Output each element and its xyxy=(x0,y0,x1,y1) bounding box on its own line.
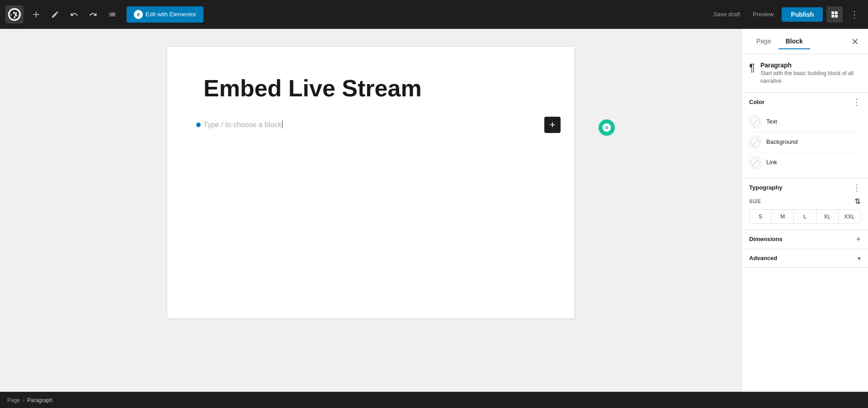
redo-btn[interactable] xyxy=(85,6,101,23)
paragraph-icon: ¶ xyxy=(749,62,755,74)
block-placeholder[interactable]: Type / to choose a block xyxy=(203,119,283,130)
background-color-swatch[interactable] xyxy=(749,136,762,148)
preview-btn[interactable]: Preview xyxy=(748,8,778,20)
breadcrumb-bar: Page › Paragraph xyxy=(0,392,868,408)
add-block-canvas-btn[interactable]: + xyxy=(544,117,561,133)
tools-btn[interactable] xyxy=(47,6,63,23)
background-color-label: Background xyxy=(766,138,797,145)
background-color-inner xyxy=(751,138,760,147)
text-color-label: Text xyxy=(766,118,777,125)
size-l-btn[interactable]: L xyxy=(794,210,816,223)
toolbar: e Edit with Elementor Save draft Preview… xyxy=(0,0,868,29)
typography-section-title: Typography xyxy=(749,184,782,191)
advanced-title: Advanced xyxy=(749,255,777,261)
tab-page[interactable]: Page xyxy=(749,34,778,49)
wp-logo xyxy=(5,5,24,24)
right-panel: Page Block ✕ ¶ Paragraph Start with the … xyxy=(741,29,868,392)
breadcrumb-current: Paragraph xyxy=(27,397,52,403)
edit-elementor-btn[interactable]: e Edit with Elementor xyxy=(127,6,203,23)
typography-section: Typography ⋮ SIZE ⇅ S M L XL XXL xyxy=(742,178,868,230)
color-section-title: Color xyxy=(749,99,764,105)
toolbar-right: Save draft Preview Publish ⋮ xyxy=(709,6,863,23)
grammarly-icon[interactable] xyxy=(599,119,615,136)
svg-rect-1 xyxy=(831,11,834,14)
size-s-btn[interactable]: S xyxy=(750,210,772,223)
size-xxl-btn[interactable]: XXL xyxy=(839,210,860,223)
canvas-inner: Embed Live Stream Type / to choose a blo… xyxy=(167,47,574,318)
block-info: ¶ Paragraph Start with the basic buildin… xyxy=(742,54,868,93)
canvas: Embed Live Stream Type / to choose a blo… xyxy=(0,29,741,392)
panel-close-btn[interactable]: ✕ xyxy=(849,35,861,48)
typography-options-btn[interactable]: ⋮ xyxy=(853,184,861,192)
color-section: Color ⋮ Text Background xyxy=(742,93,868,178)
size-options-icon[interactable]: ⇅ xyxy=(854,197,861,206)
text-color-swatch[interactable] xyxy=(749,115,762,128)
undo-btn[interactable] xyxy=(66,6,82,23)
svg-rect-2 xyxy=(835,11,838,14)
size-buttons: S M L XL XXL xyxy=(749,209,861,224)
publish-btn[interactable]: Publish xyxy=(782,7,823,22)
advanced-section-header[interactable]: Advanced ▾ xyxy=(742,249,868,267)
elementor-icon: e xyxy=(134,10,143,19)
block-title: Paragraph xyxy=(760,62,861,69)
color-text-option[interactable]: Text xyxy=(749,112,861,132)
save-draft-btn[interactable]: Save draft xyxy=(709,8,745,20)
dimensions-section-header[interactable]: Dimensions + xyxy=(742,230,868,249)
color-options-btn[interactable]: ⋮ xyxy=(853,98,861,106)
tab-block[interactable]: Block xyxy=(778,34,810,49)
more-options-btn[interactable]: ⋮ xyxy=(846,6,863,23)
panel-header: Page Block ✕ xyxy=(742,29,868,54)
placeholder-text: Type / to choose a block xyxy=(203,121,282,128)
svg-rect-3 xyxy=(831,14,834,17)
breadcrumb-separator: › xyxy=(23,397,24,403)
dimensions-section: Dimensions + xyxy=(742,230,868,249)
typography-content: SIZE ⇅ S M L XL XXL xyxy=(742,197,868,229)
block-details: Paragraph Start with the basic building … xyxy=(760,62,861,85)
edit-elementor-label: Edit with Elementor xyxy=(146,11,196,18)
link-color-swatch[interactable] xyxy=(749,156,762,169)
text-color-inner xyxy=(751,117,760,126)
svg-rect-4 xyxy=(835,14,838,17)
advanced-chevron-icon: ▾ xyxy=(858,255,861,262)
dimensions-title: Dimensions xyxy=(749,236,783,242)
color-background-option[interactable]: Background xyxy=(749,132,861,152)
breadcrumb-page[interactable]: Page xyxy=(7,397,20,403)
add-block-toolbar-btn[interactable] xyxy=(28,6,44,23)
size-label: SIZE ⇅ xyxy=(749,197,861,206)
list-view-btn[interactable] xyxy=(104,6,120,23)
color-options: Text Background Link xyxy=(742,112,868,178)
block-description: Start with the basic building block of a… xyxy=(760,70,861,85)
size-m-btn[interactable]: M xyxy=(772,210,794,223)
size-xl-btn[interactable]: XL xyxy=(816,210,839,223)
color-section-header[interactable]: Color ⋮ xyxy=(742,93,868,112)
color-link-option[interactable]: Link xyxy=(749,152,861,172)
text-cursor xyxy=(282,120,283,128)
view-toggle-btn[interactable] xyxy=(826,6,843,23)
panel-tabs: Page Block xyxy=(749,34,810,49)
advanced-section: Advanced ▾ xyxy=(742,249,868,268)
link-color-label: Link xyxy=(766,159,777,166)
size-label-text: SIZE xyxy=(749,199,761,204)
block-area[interactable]: Type / to choose a block + xyxy=(203,120,538,129)
typography-section-header[interactable]: Typography ⋮ xyxy=(742,178,868,197)
page-title: Embed Live Stream xyxy=(203,74,538,102)
main-area: Embed Live Stream Type / to choose a blo… xyxy=(0,29,868,392)
selection-indicator xyxy=(196,123,201,127)
link-color-inner xyxy=(751,158,760,167)
dimensions-add-btn[interactable]: + xyxy=(856,235,861,243)
